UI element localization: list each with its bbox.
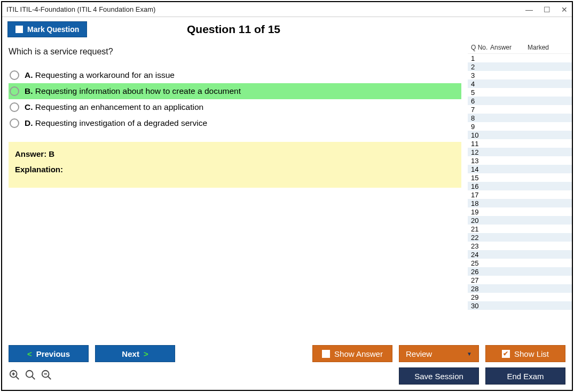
- list-item[interactable]: 16: [468, 182, 572, 190]
- save-session-button[interactable]: Save Session: [399, 367, 479, 385]
- list-item[interactable]: 12: [468, 148, 572, 156]
- option-a[interactable]: A. Requesting a workaround for an issue: [9, 67, 461, 83]
- question-list-header: Q No. Answer Marked: [468, 42, 572, 54]
- option-c[interactable]: C. Requesting an enhancement to an appli…: [9, 99, 461, 115]
- option-text: Requesting investigation of a degraded s…: [35, 118, 207, 127]
- list-item[interactable]: 6: [468, 97, 572, 105]
- list-item[interactable]: 8: [468, 114, 572, 122]
- list-item[interactable]: 3: [468, 71, 572, 79]
- question-pane: Which is a service request? A. Requestin…: [2, 42, 468, 341]
- list-item[interactable]: 19: [468, 207, 572, 216]
- list-item[interactable]: 11: [468, 139, 572, 148]
- end-exam-button[interactable]: End Exam: [485, 367, 565, 385]
- row-qno: 11: [468, 140, 489, 148]
- list-item[interactable]: 29: [468, 293, 572, 301]
- show-list-button[interactable]: ✔ Show List: [485, 345, 565, 362]
- end-exam-label: End Exam: [507, 372, 544, 381]
- list-item[interactable]: 27: [468, 276, 572, 284]
- question-text: Which is a service request?: [9, 47, 461, 57]
- row-qno: 23: [468, 242, 489, 250]
- list-item[interactable]: 26: [468, 267, 572, 276]
- list-item[interactable]: 7: [468, 105, 572, 114]
- row-qno: 27: [468, 276, 489, 284]
- list-item[interactable]: 23: [468, 242, 572, 250]
- option-letter: A.: [25, 70, 33, 79]
- row-qno: 21: [468, 225, 489, 233]
- list-item[interactable]: 15: [468, 173, 572, 182]
- checkbox-icon: [322, 350, 330, 358]
- list-item[interactable]: 1: [468, 54, 572, 62]
- col-marked: Marked: [528, 44, 571, 51]
- list-item[interactable]: 4: [468, 79, 572, 88]
- next-label: Next: [122, 349, 139, 358]
- minimize-icon[interactable]: —: [525, 5, 533, 14]
- chevron-down-icon: ▼: [467, 351, 472, 357]
- row-qno: 22: [468, 234, 489, 242]
- list-item[interactable]: 28: [468, 284, 572, 293]
- list-item[interactable]: 25: [468, 259, 572, 267]
- svg-line-5: [32, 376, 35, 379]
- radio-icon: [10, 86, 19, 96]
- option-letter: B.: [25, 86, 33, 95]
- previous-button[interactable]: < Previous: [9, 345, 89, 362]
- row-qno: 20: [468, 217, 489, 225]
- footer: < Previous Next > Show Answer Review ▼ ✔…: [2, 341, 572, 390]
- app-window: ITIL ITIL-4-Foundation (ITIL 4 Foundatio…: [1, 1, 573, 391]
- col-qno: Q No.: [469, 44, 490, 51]
- row-qno: 18: [468, 199, 489, 207]
- row-qno: 28: [468, 285, 489, 293]
- show-list-label: Show List: [514, 349, 549, 358]
- chevron-right-icon: >: [144, 349, 148, 358]
- maximize-icon[interactable]: ☐: [544, 5, 551, 14]
- options-list: A. Requesting a workaround for an issueB…: [9, 67, 461, 131]
- list-item[interactable]: 10: [468, 131, 572, 139]
- option-d[interactable]: D. Requesting investigation of a degrade…: [9, 115, 461, 131]
- explanation-label: Explanation:: [15, 165, 455, 174]
- row-qno: 10: [468, 131, 489, 139]
- footer-row-1: < Previous Next > Show Answer Review ▼ ✔…: [9, 345, 565, 362]
- list-item[interactable]: 21: [468, 225, 572, 233]
- row-qno: 6: [468, 97, 489, 105]
- row-qno: 29: [468, 293, 489, 301]
- row-qno: 17: [468, 191, 489, 199]
- option-text: Requesting a workaround for an issue: [35, 70, 175, 79]
- next-button[interactable]: Next >: [95, 345, 175, 362]
- review-dropdown[interactable]: Review ▼: [399, 345, 479, 362]
- zoom-in-icon[interactable]: [9, 369, 20, 383]
- list-item[interactable]: 5: [468, 88, 572, 97]
- row-qno: 8: [468, 114, 489, 122]
- show-answer-button[interactable]: Show Answer: [312, 345, 392, 362]
- svg-line-7: [48, 376, 51, 379]
- row-qno: 12: [468, 148, 489, 156]
- question-list-pane: Q No. Answer Marked 12345678910111213141…: [468, 42, 572, 341]
- checkbox-checked-icon: ✔: [502, 350, 510, 358]
- option-b[interactable]: B. Requesting information about how to c…: [9, 83, 461, 99]
- list-item[interactable]: 22: [468, 233, 572, 242]
- radio-icon: [10, 70, 19, 80]
- question-list[interactable]: 1234567891011121314151617181920212223242…: [468, 54, 572, 341]
- close-icon[interactable]: ✕: [561, 5, 568, 14]
- answer-label: Answer: B: [15, 149, 455, 158]
- list-item[interactable]: 24: [468, 250, 572, 259]
- row-qno: 15: [468, 174, 489, 182]
- row-qno: 24: [468, 251, 489, 259]
- footer-row-2: Save Session End Exam: [9, 367, 565, 385]
- zoom-out-icon[interactable]: [41, 369, 52, 383]
- list-item[interactable]: 2: [468, 62, 572, 71]
- list-item[interactable]: 13: [468, 156, 572, 165]
- list-item[interactable]: 20: [468, 216, 572, 225]
- list-item[interactable]: 17: [468, 190, 572, 199]
- zoom-reset-icon[interactable]: [25, 369, 36, 383]
- list-item[interactable]: 9: [468, 122, 572, 131]
- row-qno: 14: [468, 165, 489, 173]
- list-item[interactable]: 14: [468, 165, 572, 173]
- row-qno: 26: [468, 268, 489, 276]
- question-header: Question 11 of 15: [2, 23, 465, 36]
- list-item[interactable]: 18: [468, 199, 572, 207]
- list-item[interactable]: 30: [468, 301, 572, 310]
- option-text: Requesting information about how to crea…: [35, 86, 241, 95]
- previous-label: Previous: [36, 349, 70, 358]
- header-row: Mark Question Question 11 of 15: [2, 17, 572, 42]
- titlebar: ITIL ITIL-4-Foundation (ITIL 4 Foundatio…: [2, 2, 572, 17]
- window-title: ITIL ITIL-4-Foundation (ITIL 4 Foundatio…: [6, 5, 155, 13]
